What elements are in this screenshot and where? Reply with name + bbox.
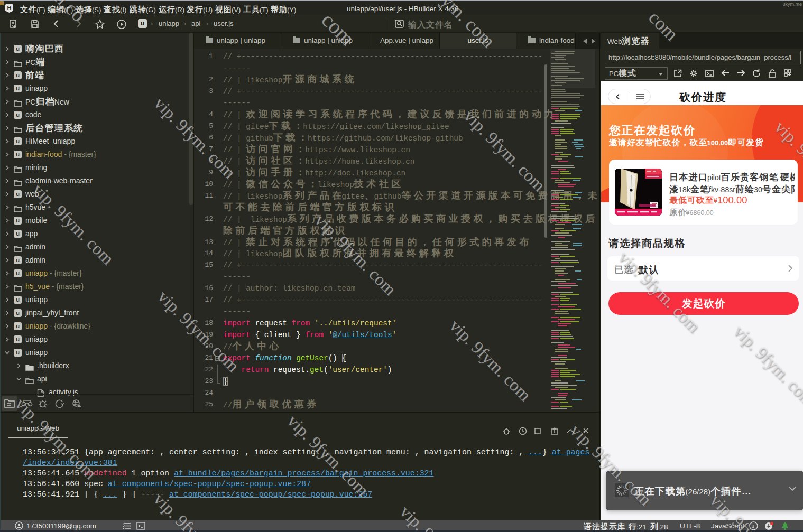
svg-text:u: u	[752, 523, 755, 529]
